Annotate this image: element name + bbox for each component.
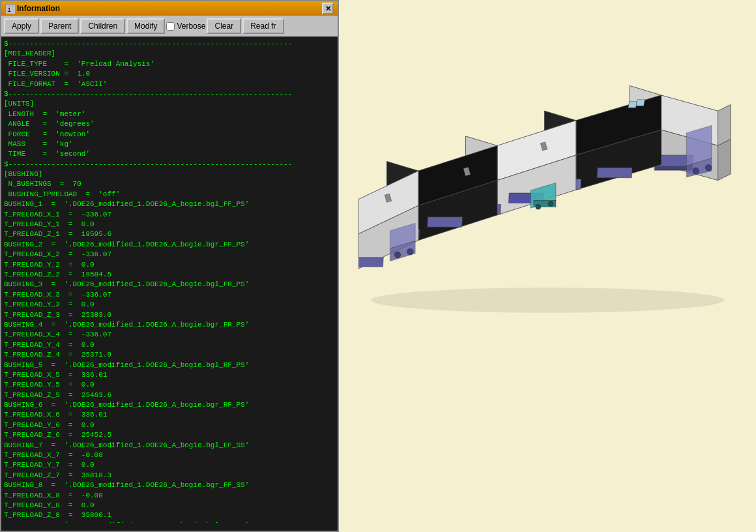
svg-point-42 (407, 248, 414, 255)
svg-rect-13 (597, 168, 632, 177)
read-from-button[interactable]: Read fr (242, 18, 284, 34)
svg-point-41 (394, 252, 401, 258)
text-area-wrapper: $---------------------------------------… (1, 37, 338, 531)
apply-button[interactable]: Apply (4, 18, 39, 34)
close-button[interactable]: ✕ (322, 3, 334, 14)
svg-marker-5 (718, 104, 731, 145)
svg-text:i: i (7, 7, 11, 14)
modify-button[interactable]: Modify (126, 18, 165, 34)
svg-rect-44 (636, 100, 645, 106)
svg-point-33 (693, 168, 699, 174)
3d-view-area (339, 0, 756, 532)
right-bogie-assembly (686, 125, 712, 177)
parent-button[interactable]: Parent (40, 18, 79, 34)
info-window: i Information ✕ Apply Parent Children Mo… (0, 0, 339, 532)
verbose-checkbox[interactable] (166, 22, 175, 31)
clear-button[interactable]: Clear (207, 18, 241, 34)
title-bar: i Information ✕ (1, 1, 338, 16)
children-button[interactable]: Children (80, 18, 125, 34)
svg-point-37 (536, 204, 541, 209)
verbose-checkbox-label[interactable]: Verbose (166, 22, 205, 31)
svg-rect-27 (358, 258, 383, 267)
train-3d-model (358, 33, 749, 391)
svg-rect-23 (428, 217, 463, 227)
svg-rect-43 (628, 102, 637, 108)
text-content[interactable]: $---------------------------------------… (1, 37, 330, 523)
svg-marker-6 (718, 140, 731, 181)
svg-point-38 (548, 201, 553, 207)
verbose-label: Verbose (177, 22, 205, 31)
window-title: Information (17, 4, 322, 13)
svg-point-45 (371, 288, 724, 313)
window-icon: i (5, 4, 14, 13)
svg-point-34 (705, 164, 712, 171)
toolbar: Apply Parent Children Modify Verbose Cle… (1, 16, 338, 37)
